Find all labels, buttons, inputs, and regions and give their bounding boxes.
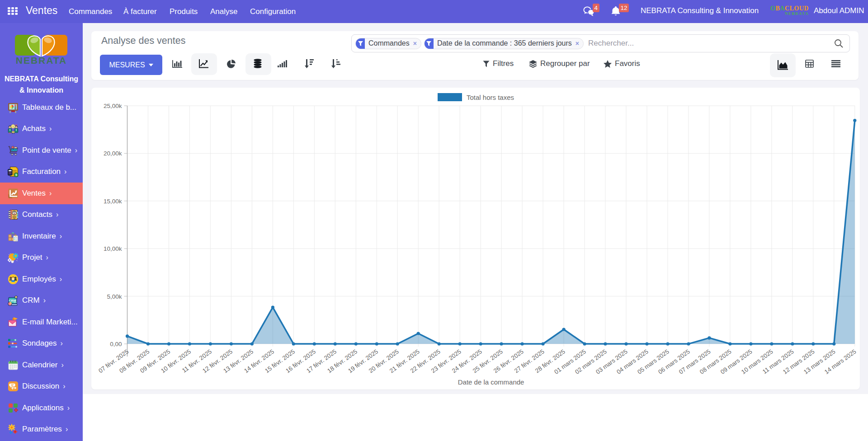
svg-text:0,00: 0,00 — [110, 341, 122, 347]
svg-text:$: $ — [12, 125, 14, 128]
svg-text:25,00k: 25,00k — [104, 103, 122, 109]
svg-text:10,00k: 10,00k — [104, 245, 122, 252]
svg-text:CRM: CRM — [9, 299, 16, 302]
svg-text:SALE: SALE — [11, 149, 17, 151]
svg-text:Date de la commande: Date de la commande — [458, 378, 524, 386]
svg-text:20,00k: 20,00k — [104, 150, 122, 157]
svg-text:Total hors taxes: Total hors taxes — [467, 94, 514, 101]
svg-text:5,00k: 5,00k — [107, 293, 122, 300]
svg-text:15,00k: 15,00k — [104, 198, 122, 205]
